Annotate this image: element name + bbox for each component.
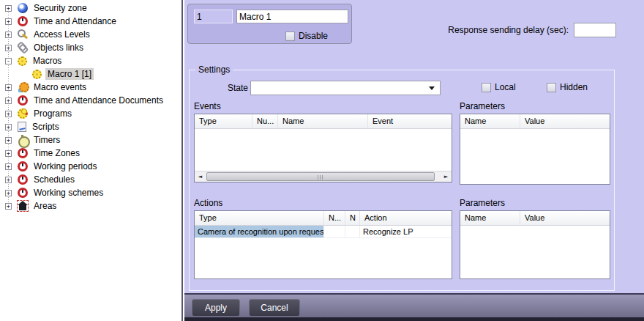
expand-toggle-icon[interactable]: + [5, 84, 12, 91]
collapse-toggle-icon[interactable]: - [5, 58, 12, 64]
chain-link-icon [18, 43, 28, 53]
disable-checkbox[interactable] [285, 32, 295, 41]
tree-item-objects-links[interactable]: + Objects links [0, 41, 181, 54]
tree-item-label: Macros [31, 55, 64, 67]
actions-table-body[interactable]: Camera of recognition upon request Recog… [195, 226, 452, 278]
events-table-body[interactable] [195, 129, 452, 171]
hidden-checkbox[interactable] [547, 83, 556, 92]
expand-toggle-icon[interactable]: + [5, 32, 12, 38]
macro-name-field[interactable] [236, 10, 348, 23]
expand-toggle-icon[interactable]: + [5, 111, 12, 117]
tree-item-access-levels[interactable]: + Access Levels [0, 28, 181, 41]
tree-item-macro-1[interactable]: Macro 1 [1] [0, 67, 181, 81]
tree-item-areas[interactable]: + Areas [0, 199, 181, 213]
response-delay-field[interactable] [574, 23, 616, 37]
tree-item-label: Programs [31, 108, 74, 119]
tree-item-programs[interactable]: + Programs [0, 107, 181, 120]
macro-id-field[interactable] [194, 10, 233, 23]
tree-item-label: Working schemes [31, 187, 105, 199]
parameters-table-body[interactable] [460, 226, 610, 278]
parameters-column-value[interactable]: Value [520, 211, 610, 225]
events-table[interactable]: Type Nu... Name Event ◄ ► [194, 114, 452, 182]
action-type-cell[interactable]: Camera of recognition upon request [195, 226, 324, 237]
actions-column-n[interactable]: N [345, 211, 360, 225]
expand-toggle-icon[interactable]: + [5, 124, 12, 130]
action-n-cell[interactable] [345, 226, 360, 237]
tree-item-schedules[interactable]: + Schedules [0, 173, 181, 186]
hidden-checkbox-label: Hidden [560, 82, 588, 92]
expand-toggle-icon[interactable]: + [5, 163, 12, 170]
clock-icon [18, 161, 28, 171]
response-delay-label: Response sending delay (sec): [448, 25, 569, 35]
gear-icon [18, 56, 27, 66]
expand-toggle-icon[interactable]: + [5, 97, 12, 104]
scroll-left-arrow-icon[interactable]: ◄ [195, 171, 206, 182]
expand-toggle-icon[interactable]: + [5, 177, 12, 183]
disable-checkbox-label: Disable [299, 31, 328, 41]
tree-item-timers[interactable]: + Timers [0, 133, 181, 147]
tree-item-macro-events[interactable]: + Macro events [0, 81, 181, 94]
expand-toggle-icon[interactable]: + [5, 150, 12, 157]
script-icon [18, 122, 26, 132]
parameters-table-body[interactable] [460, 129, 610, 184]
events-parameters-table[interactable]: Name Value [460, 114, 610, 185]
settings-groupbox: Settings State Local Hidden Events Type … [189, 70, 615, 291]
chevron-down-icon[interactable] [429, 86, 435, 90]
tree-item-label: Macro events [31, 81, 89, 93]
events-horizontal-scrollbar[interactable]: ◄ ► [195, 171, 452, 182]
actions-column-number[interactable]: N... [324, 211, 345, 225]
scrollbar-grip-icon [318, 175, 323, 180]
tree-item-working-periods[interactable]: + Working periods [0, 160, 181, 173]
state-dropdown[interactable] [250, 81, 441, 95]
actions-column-type[interactable]: Type [195, 211, 324, 225]
tree-item-time-zones[interactable]: + Time Zones [0, 147, 181, 160]
events-column-event[interactable]: Event [368, 114, 452, 128]
events-column-name[interactable]: Name [278, 114, 368, 128]
scroll-right-arrow-icon[interactable]: ► [441, 171, 452, 182]
expand-toggle-icon[interactable]: + [5, 137, 12, 144]
scrollbar-thumb[interactable] [206, 172, 435, 181]
macro-settings-panel: Disable Response sending delay (sec): Se… [184, 0, 644, 321]
actions-column-action[interactable]: Action [360, 211, 452, 225]
parameters-column-name[interactable]: Name [460, 114, 520, 128]
expand-toggle-icon[interactable]: + [5, 5, 12, 12]
footer-button-bar: Apply Cancel [184, 293, 644, 321]
events-column-type[interactable]: Type [195, 114, 252, 128]
cancel-button[interactable]: Cancel [249, 299, 300, 317]
action-row[interactable]: Camera of recognition upon request Recog… [195, 226, 452, 238]
tree-item-working-schemes[interactable]: + Working schemes [0, 186, 181, 199]
parameters-column-value[interactable]: Value [520, 114, 610, 128]
clock-icon [18, 95, 28, 106]
tree-item-time-and-attendance[interactable]: + Time and Attendance [0, 15, 181, 28]
expand-toggle-icon[interactable]: + [5, 18, 12, 25]
identification-box: Disable [187, 4, 352, 44]
local-checkbox[interactable] [482, 83, 491, 92]
tree-item-label: Areas [31, 200, 59, 212]
disable-checkbox-row: Disable [285, 31, 328, 41]
apply-button[interactable]: Apply [192, 299, 240, 317]
state-label: State [204, 83, 248, 93]
gear-icon [32, 70, 42, 79]
tree-item-scripts[interactable]: + Scripts [0, 120, 181, 133]
local-checkbox-row: Local [482, 82, 516, 92]
stopwatch-icon [18, 135, 28, 145]
expand-toggle-icon[interactable]: + [5, 203, 12, 210]
tree-item-time-attendance-documents[interactable]: + Time and Attendance Documents [0, 94, 181, 107]
actions-table[interactable]: Type N... N Action Camera of recognition… [194, 210, 452, 279]
expand-toggle-icon[interactable]: + [5, 190, 12, 196]
expand-toggle-icon[interactable]: + [5, 45, 12, 51]
tree-item-label: Working periods [31, 160, 99, 172]
clock-icon [18, 174, 28, 185]
action-action-cell[interactable]: Recognize LP [360, 226, 452, 237]
parameters-bottom-section-label: Parameters [460, 198, 505, 208]
clock-icon [18, 148, 28, 158]
tree-item-security-zone[interactable]: + Security zone [0, 1, 181, 15]
actions-parameters-table[interactable]: Name Value [460, 210, 610, 279]
tree-item-macros[interactable]: - Macros [0, 54, 181, 67]
object-tree-panel: + Security zone + Time and Attendance + … [0, 0, 183, 321]
events-column-number[interactable]: Nu... [252, 114, 278, 128]
action-number-cell[interactable] [324, 226, 345, 237]
parameters-column-name[interactable]: Name [460, 211, 520, 225]
tree-item-label: Time and Attendance Documents [31, 95, 165, 106]
hidden-checkbox-row: Hidden [547, 82, 588, 92]
